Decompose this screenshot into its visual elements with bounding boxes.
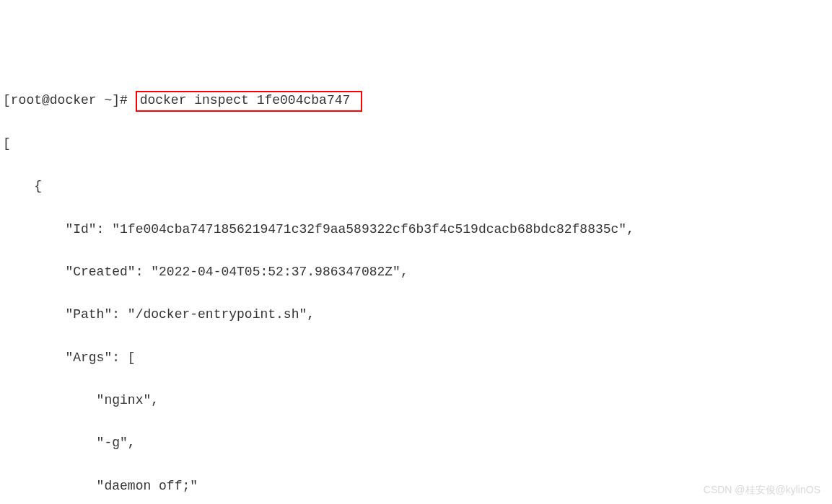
highlighted-command: docker inspect 1fe004cba747 (136, 91, 362, 112)
shell-prompt: [root@docker ~]# (3, 93, 136, 107)
output-line: "Args": [ (0, 348, 832, 369)
command-line: [root@docker ~]# docker inspect 1fe004cb… (0, 90, 832, 112)
output-line: { (0, 176, 832, 198)
output-line: "Path": "/docker-entrypoint.sh", (0, 304, 832, 326)
output-line: "nginx", (0, 390, 832, 412)
output-line: [ (0, 133, 832, 155)
output-line: "Created": "2022-04-04T05:52:37.98634708… (0, 262, 832, 283)
output-line: "-g", (0, 433, 832, 454)
output-line: "Id": "1fe004cba7471856219471c32f9aa5893… (0, 219, 832, 241)
watermark: CSDN @桂安俊@kylinOS (704, 482, 820, 498)
